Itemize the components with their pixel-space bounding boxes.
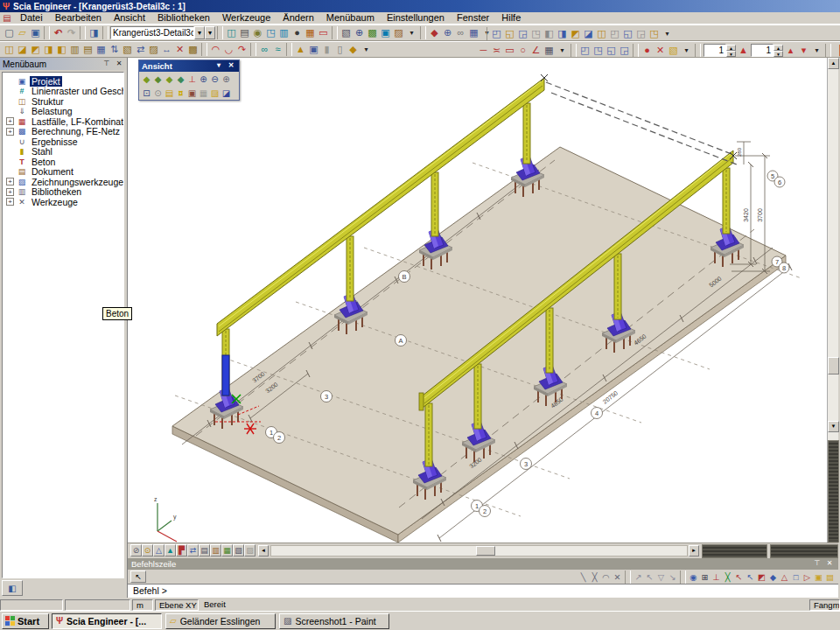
status-plane[interactable]: Ebene XY	[155, 599, 199, 611]
corner-tr-icon[interactable]: ◳	[592, 44, 605, 57]
print-preview-icon[interactable]: ▧	[340, 26, 353, 39]
scroll-down-icon[interactable]: ▼	[828, 421, 839, 432]
separator[interactable]	[286, 43, 292, 56]
snap-delete-icon[interactable]: ✕	[612, 570, 623, 583]
Bearbeiten[interactable]: Bearbeiten	[49, 12, 108, 23]
snap-move-icon[interactable]: ↗	[633, 570, 644, 583]
Hilfe[interactable]: Hilfe	[495, 12, 527, 23]
dropdown-icon[interactable]: ▾	[214, 61, 224, 71]
layer-down-icon[interactable]: ▾	[797, 44, 810, 57]
pin-icon[interactable]: ⊤	[102, 60, 112, 69]
Fenster[interactable]: Fenster	[451, 12, 495, 23]
paper-icon[interactable]: ▭	[317, 26, 330, 39]
separator[interactable]	[332, 26, 338, 39]
camera-icon[interactable]: ▣	[186, 87, 198, 99]
circle-icon[interactable]: ○	[516, 44, 529, 57]
tree-item-dokument[interactable]: ▤ Dokument	[3, 167, 123, 178]
view-window-11-icon[interactable]: ◱	[621, 27, 634, 40]
stretch-member-icon[interactable]: ◧	[55, 43, 68, 56]
spinner-up-icon[interactable]: ▲	[774, 45, 783, 51]
view-window-9-icon[interactable]: ◫	[595, 27, 608, 40]
combo-dropdown-icon[interactable]: ▾	[194, 26, 205, 39]
rectangle-icon[interactable]: ▭	[503, 44, 516, 57]
tree-item-belastung[interactable]: ⇓ Belastung	[3, 107, 123, 117]
light-icon[interactable]: ¤	[175, 87, 186, 99]
vertical-scrollbar[interactable]: ▲ ▼	[827, 58, 838, 542]
separator[interactable]	[201, 43, 207, 56]
arc-icon[interactable]: ◠	[209, 43, 222, 56]
zoom-all-icon[interactable]: ⊙	[152, 87, 164, 99]
fill-icon[interactable]: ▩	[186, 43, 200, 56]
snap-perp-icon[interactable]: □	[790, 570, 802, 583]
tree-item-stahl[interactable]: ▮ Stahl	[3, 147, 123, 158]
view-window-13-icon[interactable]: ◳	[648, 27, 661, 40]
snap-line-icon[interactable]: ╲	[578, 570, 589, 583]
spinner-down-icon[interactable]: ▼	[726, 51, 736, 57]
angle-icon[interactable]: ∠	[529, 44, 542, 57]
view-yz-icon[interactable]: ◆	[175, 73, 186, 85]
separator[interactable]	[420, 26, 426, 39]
view-window-5-icon[interactable]: ◧	[542, 27, 556, 40]
dropdown-icon[interactable]: ▾	[661, 27, 674, 40]
labels-icon[interactable]: ▤	[199, 544, 210, 556]
status-snap-mode[interactable]: Fangmodu	[809, 599, 840, 611]
tree-item-beton[interactable]: T Beton	[3, 157, 123, 167]
close-icon[interactable]: ✕	[824, 559, 835, 569]
start-button[interactable]: Start	[2, 613, 49, 629]
snap-intersect-icon[interactable]: ╳	[722, 570, 733, 583]
snap-dialog-icon[interactable]: ▤	[824, 570, 836, 583]
snap-rotate-icon[interactable]: ↖	[644, 570, 655, 583]
cut-icon[interactable]: ✕	[654, 44, 667, 57]
view-window-6-icon[interactable]: ◨	[556, 27, 569, 40]
dropdown-icon[interactable]: ▾	[810, 44, 823, 57]
document-table-icon[interactable]: ▨	[392, 26, 405, 39]
separator[interactable]	[217, 26, 223, 39]
Werkzeuge[interactable]: Werkzeuge	[216, 12, 276, 23]
grid3d-icon[interactable]: ▦	[467, 26, 480, 39]
trim-member-icon[interactable]: ▦	[94, 43, 108, 56]
extend-member-icon[interactable]: ▤	[81, 43, 94, 56]
project-data-icon[interactable]: ◫	[225, 26, 238, 39]
tree-item-struktur[interactable]: ◫ Struktur	[3, 96, 123, 107]
Einstellungen[interactable]: Einstellungen	[381, 12, 451, 23]
taskbar-task-scia[interactable]: Ψ Scia Engineer - [...	[52, 613, 162, 629]
view-window-12-icon[interactable]: ◲	[634, 27, 648, 40]
render-mode-icon[interactable]: ⊘	[130, 544, 142, 556]
dropdown-icon[interactable]: ▾	[360, 43, 373, 56]
copy-member-icon[interactable]: ◪	[16, 43, 29, 56]
3d-viewport[interactable]: 3700 5000 4850 3200 3200 4850 4650 5000 …	[128, 58, 838, 558]
hatch-icon[interactable]: ▧	[121, 43, 134, 56]
view-window-4-icon[interactable]: ◳	[529, 27, 542, 40]
polyline-icon[interactable]: ≍	[490, 44, 503, 57]
taskbar-task-paint[interactable]: ▨ Screenshot1 - Paint	[279, 613, 389, 629]
zoom-window-icon[interactable]: ⊡	[141, 87, 152, 99]
menubaum-header[interactable]: Menübaum ⊤ ✕	[0, 58, 127, 70]
delete-member-icon[interactable]: ✕	[173, 43, 186, 56]
catalog-icon[interactable]: ◉	[251, 26, 264, 39]
snap-settings-icon[interactable]: ▣	[813, 570, 824, 583]
layer-up-icon[interactable]: ▴	[784, 44, 797, 57]
tree-item-linienraster[interactable]: # Linienraster und Geschosse	[3, 87, 123, 97]
tree-item-projekt[interactable]: ▣ Projekt	[3, 76, 123, 87]
coord-system-icon[interactable]: ⊥	[186, 73, 198, 85]
export-icon[interactable]: ◳	[264, 26, 277, 39]
separator[interactable]	[825, 44, 831, 57]
zoom-in-icon[interactable]: ⊕	[198, 73, 209, 85]
save-icon[interactable]: ▣	[29, 26, 42, 39]
select-all-icon[interactable]: ◆	[346, 43, 360, 56]
horizontal-scroll-thumb[interactable]	[476, 546, 495, 556]
align-vertical-icon[interactable]: ⇅	[108, 43, 121, 56]
separator[interactable]	[250, 43, 256, 56]
close-icon[interactable]: ✕	[114, 60, 124, 69]
swap-icon[interactable]: ⇄	[134, 43, 147, 56]
mirror-member-icon[interactable]: ◨	[42, 43, 55, 56]
activity-spinner[interactable]: 1 ▲ ▼	[704, 44, 736, 57]
Ansicht[interactable]: Ansicht	[108, 12, 151, 23]
spinner-down-icon[interactable]: ▼	[774, 51, 783, 57]
separator[interactable]	[680, 570, 686, 584]
undo-icon[interactable]: ↶	[52, 26, 65, 39]
tree-item-lastfaelle[interactable]: + ▦ Lastfälle, LF-Kombinationen	[3, 116, 123, 127]
move-member-icon[interactable]: ◫	[3, 43, 16, 56]
snap-endpoint-icon[interactable]: ↖	[733, 570, 745, 583]
snap-point-icon[interactable]: ◆	[767, 570, 779, 583]
